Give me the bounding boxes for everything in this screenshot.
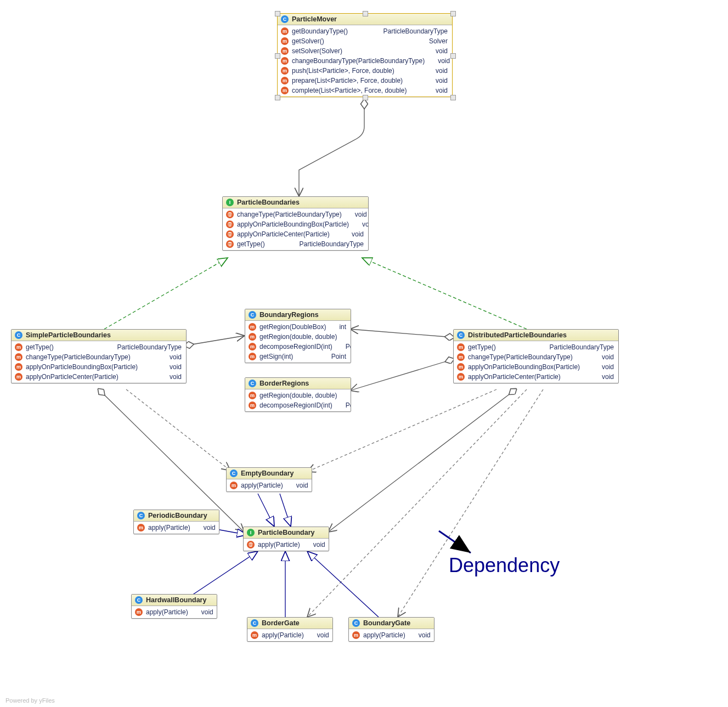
edge-distributedParticleBoundaries-to-particleBoundary: [328, 389, 516, 532]
class-title: CDistributedParticleBoundaries: [454, 330, 618, 341]
class-boundaryGate[interactable]: CBoundaryGatemapply(Particle)void: [348, 617, 434, 642]
class-title: CHardwallBoundary: [132, 595, 217, 606]
class-particleMover[interactable]: CParticleMovermgetBoundaryType()Particle…: [277, 13, 453, 97]
member-row: mapplyOnParticleBoundingBox(Particle)voi…: [12, 362, 186, 372]
member-signature: apply(Particle): [241, 482, 283, 489]
class-icon: C: [137, 512, 145, 519]
edge-periodicBoundary-to-particleBoundary: [217, 529, 247, 535]
member-return: void: [304, 631, 329, 639]
member-return: void: [422, 67, 448, 75]
edge-distributedParticleBoundaries-to-borderGate: [307, 389, 527, 617]
edge-simpleParticleBoundaries-to-emptyBoundary: [126, 389, 230, 471]
member-row: mapply(Particle)void: [132, 607, 217, 617]
method-icon: m: [457, 373, 465, 381]
class-icon: C: [15, 331, 22, 339]
member-signature: getType(): [468, 343, 496, 351]
member-return: ParticleBoundaryType: [286, 240, 364, 248]
member-signature: applyOnParticleBoundingBox(Particle): [468, 363, 580, 371]
class-borderGate[interactable]: CBorderGatemapply(Particle)void: [247, 617, 333, 642]
class-periodicBoundary[interactable]: CPeriodicBoundarymapply(Particle)void: [133, 510, 219, 534]
member-signature: changeType(ParticleBoundaryType): [468, 353, 573, 361]
member-row: mgetRegion(double, double)int: [245, 332, 351, 342]
method-icon: m: [281, 47, 289, 55]
member-row: mapply(Particle)void: [134, 523, 219, 533]
class-name: BorderRegions: [259, 380, 309, 387]
class-hardwallBoundary[interactable]: CHardwallBoundarymapply(Particle)void: [131, 594, 217, 619]
class-icon: C: [249, 311, 256, 319]
selection-handle[interactable]: [450, 95, 456, 100]
member-signature: applyOnParticleBoundingBox(Particle): [237, 220, 349, 228]
member-signature: push(List<Particle>, Force, double): [292, 67, 394, 75]
member-signature: apply(Particle): [258, 541, 300, 548]
member-signature: getSign(int): [259, 353, 293, 360]
selection-handle[interactable]: [363, 95, 368, 100]
member-row: mchangeType(ParticleBoundaryType)void: [223, 210, 368, 219]
member-return: void: [589, 373, 614, 381]
selection-handle[interactable]: [450, 53, 456, 59]
method-icon: m: [249, 392, 256, 399]
member-signature: getType(): [237, 240, 265, 248]
method-icon: m: [457, 363, 465, 371]
selection-handle[interactable]: [275, 11, 280, 16]
selection-handle[interactable]: [275, 53, 280, 59]
member-row: mgetRegion(DoubleBox)int: [245, 322, 351, 332]
member-return: void: [425, 57, 450, 65]
class-title: CBoundaryRegions: [245, 309, 351, 321]
member-return: ParticleBoundaryType: [104, 343, 182, 351]
member-row: mapply(Particle)void: [349, 630, 434, 640]
selection-handle[interactable]: [363, 11, 368, 16]
method-icon: m: [135, 608, 143, 616]
legend-dependency-label: Dependency: [449, 554, 560, 577]
selection-handle[interactable]: [450, 11, 456, 16]
member-return: ParticleBoundaryType: [537, 343, 614, 351]
method-icon: m: [249, 343, 256, 350]
member-row: mgetType()ParticleBoundaryType: [12, 342, 186, 352]
member-row: mdecomposeRegionID(int)Point: [245, 342, 351, 352]
class-title: CEmptyBoundary: [227, 468, 312, 479]
member-return: int: [337, 392, 351, 399]
class-distributedParticleBoundaries[interactable]: CDistributedParticleBoundariesmgetType()…: [453, 329, 619, 383]
member-signature: getRegion(double, double): [259, 392, 337, 399]
class-particleBoundaries[interactable]: IParticleBoundariesmchangeType(ParticleB…: [222, 196, 369, 251]
member-row: mpush(List<Particle>, Force, double)void: [278, 66, 452, 76]
class-title: IParticleBoundaries: [223, 197, 368, 208]
selection-handle[interactable]: [275, 95, 280, 100]
member-row: mprepare(List<Particle>, Force, double)v…: [278, 76, 452, 86]
method-icon: m: [281, 27, 289, 35]
member-return: void: [283, 482, 308, 489]
member-signature: apply(Particle): [262, 631, 304, 639]
class-particleBoundary[interactable]: IParticleBoundarymapply(Particle)void: [243, 527, 329, 551]
abstract-method-icon: m: [226, 240, 234, 248]
member-signature: getRegion(DoubleBox): [259, 323, 326, 331]
member-return: void: [422, 47, 448, 55]
class-icon: C: [457, 331, 465, 339]
class-name: ParticleMover: [292, 15, 337, 23]
member-row: mapplyOnParticleCenter(Particle)void: [454, 372, 618, 382]
diagram-canvas[interactable]: CParticleMovermgetBoundaryType()Particle…: [0, 0, 728, 707]
class-borderRegions[interactable]: CBorderRegionsmgetRegion(double, double)…: [245, 377, 351, 412]
member-return: int: [326, 323, 346, 331]
edge-simpleParticleBoundaries-to-particleBoundaries: [104, 258, 228, 329]
member-return: void: [338, 230, 364, 238]
class-title: CBorderRegions: [245, 378, 351, 389]
class-simpleParticleBoundaries[interactable]: CSimpleParticleBoundariesmgetType()Parti…: [11, 329, 187, 383]
method-icon: m: [457, 343, 465, 351]
member-row: mapplyOnParticleBoundingBox(Particle)voi…: [223, 219, 368, 229]
method-icon: m: [15, 373, 22, 381]
member-signature: apply(Particle): [363, 631, 405, 639]
interface-icon: I: [247, 529, 255, 536]
method-icon: m: [281, 67, 289, 75]
class-body: mapply(Particle)void: [244, 539, 329, 551]
class-emptyBoundary[interactable]: CEmptyBoundarymapply(Particle)void: [226, 467, 312, 492]
method-icon: m: [457, 353, 465, 361]
class-body: mgetRegion(DoubleBox)intmgetRegion(doubl…: [245, 321, 351, 363]
member-row: mapplyOnParticleBoundingBox(Particle)voi…: [454, 362, 618, 372]
member-return: Point: [318, 353, 346, 360]
member-return: void: [589, 353, 614, 361]
method-icon: m: [15, 343, 22, 351]
member-signature: changeType(ParticleBoundaryType): [237, 211, 342, 218]
member-signature: decomposeRegionID(int): [259, 401, 332, 409]
class-boundaryRegions[interactable]: CBoundaryRegionsmgetRegion(DoubleBox)int…: [245, 309, 351, 363]
class-name: BoundaryGate: [363, 619, 410, 627]
method-icon: m: [249, 401, 256, 409]
